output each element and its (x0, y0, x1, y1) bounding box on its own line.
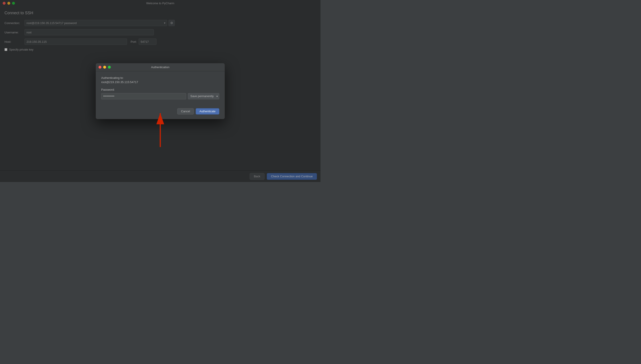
dialog-close-button[interactable] (99, 66, 101, 68)
authenticating-label: Authenticating to: (101, 76, 124, 80)
dialog-buttons: Cancel Authenticate (96, 108, 225, 119)
dialog-title-bar: Authentication (96, 63, 225, 71)
password-input[interactable] (101, 93, 186, 99)
cancel-button[interactable]: Cancel (177, 108, 194, 114)
authenticating-target: root@219.150.35.115:54717 (101, 80, 138, 84)
save-permanently-select[interactable]: Save permanently Do not save Save for se… (188, 93, 219, 99)
dialog-body: Authenticating to: root@219.150.35.115:5… (96, 71, 225, 108)
dialog-window-controls (99, 66, 111, 68)
modal-overlay: Authentication Authenticating to: root@2… (0, 0, 321, 182)
authenticate-button[interactable]: Authenticate (196, 108, 219, 114)
password-label: Password: (101, 88, 219, 91)
dialog-maximize-button[interactable] (108, 66, 111, 68)
auth-dialog: Authentication Authenticating to: root@2… (96, 63, 225, 119)
dialog-minimize-button[interactable] (103, 66, 106, 68)
save-select-wrapper: Save permanently Do not save Save for se… (188, 93, 219, 99)
password-row: Save permanently Do not save Save for se… (101, 93, 219, 99)
auth-info: Authenticating to: root@219.150.35.115:5… (101, 76, 219, 84)
dialog-title: Authentication (151, 66, 169, 69)
